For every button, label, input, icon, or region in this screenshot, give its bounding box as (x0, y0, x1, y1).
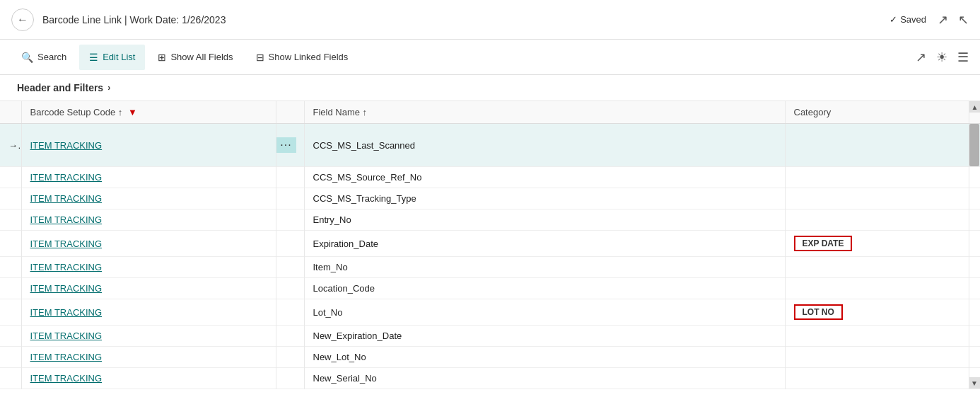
category-cell (785, 209, 969, 231)
barcode-link[interactable]: ITEM TRACKING (30, 330, 103, 341)
scrollbar-header: ▲ (969, 101, 980, 124)
show-linked-fields-button[interactable]: ⊟ Show Linked Fields (246, 45, 358, 70)
back-button[interactable]: ← (11, 8, 34, 31)
field-name-cell: Expiration_Date (304, 231, 785, 257)
barcode-link[interactable]: ITEM TRACKING (30, 193, 103, 204)
barcode-link[interactable]: ITEM TRACKING (30, 307, 103, 318)
table-body: →ITEM TRACKING···CCS_MS_Last_ScannedITEM… (0, 124, 980, 389)
row-indicator (0, 257, 21, 278)
field-name-cell: Item_No (304, 257, 785, 278)
category-cell (785, 124, 969, 167)
row-indicator (0, 299, 21, 326)
row-indicator (0, 347, 21, 368)
show-linked-fields-icon: ⊟ (256, 52, 264, 63)
scroll-down-button[interactable]: ▼ (969, 377, 980, 389)
barcode-link[interactable]: ITEM TRACKING (30, 172, 103, 183)
chevron-icon: › (107, 83, 110, 93)
scrollbar-cell (969, 209, 980, 231)
barcode-setup-code-cell: ITEM TRACKING (21, 167, 276, 188)
scrollbar-cell (969, 299, 980, 326)
category-cell (785, 188, 969, 209)
dots-cell (276, 188, 304, 209)
field-name-cell: CCS_MS_Tracking_Type (304, 188, 785, 209)
barcode-link[interactable]: ITEM TRACKING (30, 214, 103, 225)
category-cell (785, 278, 969, 299)
barcode-setup-code-cell: ITEM TRACKING (21, 368, 276, 389)
row-indicator (0, 278, 21, 299)
filter-indicator: ▼ (128, 107, 137, 117)
scrollbar-cell (969, 278, 980, 299)
table-row[interactable]: ITEM TRACKINGNew_Serial_No▼ (0, 368, 980, 389)
barcode-link[interactable]: ITEM TRACKING (30, 140, 103, 151)
category-cell (785, 347, 969, 368)
table-row[interactable]: ITEM TRACKINGEntry_No (0, 209, 980, 231)
data-table: Barcode Setup Code ↑ ▼ Field Name ↑ Cate… (0, 101, 980, 389)
scrollbar-cell (969, 326, 980, 347)
barcode-setup-code-cell: ITEM TRACKING (21, 278, 276, 299)
top-bar: ← Barcode Line Link | Work Date: 1/26/20… (0, 0, 980, 40)
dots-cell (276, 257, 304, 278)
barcode-setup-code-cell: ITEM TRACKING (21, 209, 276, 231)
field-name-cell: CCS_MS_Last_Scanned (304, 124, 785, 167)
barcode-setup-code-cell: ITEM TRACKING (21, 231, 276, 257)
dots-cell (276, 209, 304, 231)
table-row[interactable]: ITEM TRACKINGNew_Expiration_Date (0, 326, 980, 347)
show-all-fields-icon: ⊞ (158, 52, 166, 63)
shrink-icon[interactable]: ↖ (958, 12, 969, 28)
row-dots-button[interactable]: ··· (276, 137, 296, 153)
row-indicator: → (0, 124, 21, 167)
filter-icon[interactable]: ☀ (936, 50, 947, 65)
search-button[interactable]: 🔍 Search (11, 45, 76, 70)
barcode-link[interactable]: ITEM TRACKING (30, 352, 103, 362)
dots-cell (276, 326, 304, 347)
dots-cell (276, 231, 304, 257)
scrollbar-cell (969, 231, 980, 257)
toolbar-right: ↗︎ ☀ ☰ (916, 50, 969, 65)
section-header[interactable]: Header and Filters › (0, 75, 980, 101)
scrollbar-thumb (969, 124, 979, 166)
table-row[interactable]: ITEM TRACKINGLocation_Code (0, 278, 980, 299)
section-label: Header and Filters (17, 82, 103, 93)
show-all-fields-button[interactable]: ⊞ Show All Fields (148, 45, 243, 70)
expand-icon[interactable]: ↗ (938, 12, 948, 28)
top-bar-left: ← Barcode Line Link | Work Date: 1/26/20… (11, 8, 226, 31)
barcode-link[interactable]: ITEM TRACKING (30, 373, 103, 384)
col-barcode-header[interactable]: Barcode Setup Code ↑ ▼ (21, 101, 276, 124)
table-row[interactable]: ITEM TRACKINGLot_NoLOT NO (0, 299, 980, 326)
row-indicator (0, 209, 21, 231)
category-cell: LOT NO (785, 299, 969, 326)
barcode-setup-code-cell: ITEM TRACKING (21, 257, 276, 278)
list-options-icon[interactable]: ☰ (957, 50, 969, 65)
table-row[interactable]: ITEM TRACKINGExpiration_DateEXP DATE (0, 231, 980, 257)
table-row[interactable]: ITEM TRACKINGItem_No (0, 257, 980, 278)
edit-list-icon: ☰ (89, 52, 98, 63)
barcode-setup-code-cell: ITEM TRACKING (21, 347, 276, 368)
category-cell (785, 257, 969, 278)
edit-list-button[interactable]: ☰ Edit List (79, 45, 145, 70)
barcode-link[interactable]: ITEM TRACKING (30, 238, 103, 249)
toolbar: 🔍 Search ☰ Edit List ⊞ Show All Fields ⊟… (0, 40, 980, 75)
page-title: Barcode Line Link | Work Date: 1/26/2023 (42, 14, 226, 25)
table-row[interactable]: ITEM TRACKINGNew_Lot_No (0, 347, 980, 368)
dots-cell (276, 368, 304, 389)
scrollbar-cell (969, 188, 980, 209)
scrollbar-cell (969, 347, 980, 368)
category-cell (785, 326, 969, 347)
search-icon: 🔍 (21, 52, 33, 63)
table-row[interactable]: ITEM TRACKINGCCS_MS_Tracking_Type (0, 188, 980, 209)
share-icon[interactable]: ↗︎ (916, 50, 926, 65)
table-row[interactable]: →ITEM TRACKING···CCS_MS_Last_Scanned (0, 124, 980, 167)
col-field-header[interactable]: Field Name ↑ (304, 101, 785, 124)
col-indicator-header (0, 101, 21, 124)
search-label: Search (37, 52, 66, 62)
back-icon: ← (17, 13, 28, 26)
col-category-header[interactable]: Category (785, 101, 969, 124)
scrollbar-cell (969, 167, 980, 188)
field-name-cell: Entry_No (304, 209, 785, 231)
col-dots-header (276, 101, 304, 124)
table-row[interactable]: ITEM TRACKINGCCS_MS_Source_Ref_No (0, 167, 980, 188)
scroll-up-button[interactable]: ▲ (969, 101, 981, 113)
barcode-link[interactable]: ITEM TRACKING (30, 262, 103, 272)
field-name-cell: New_Expiration_Date (304, 326, 785, 347)
barcode-link[interactable]: ITEM TRACKING (30, 283, 103, 294)
